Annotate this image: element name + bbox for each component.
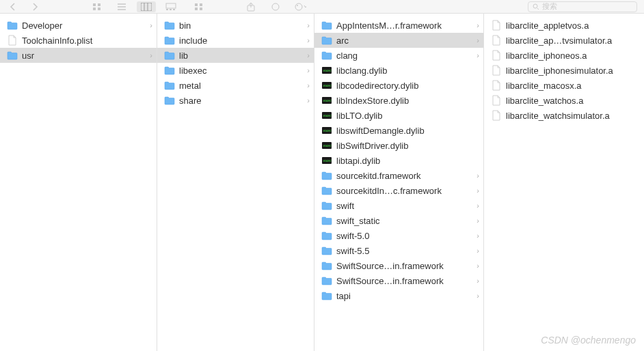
file-label: ToolchainInfo.plist [22,36,152,46]
chevron-right-icon: › [472,171,479,180]
chevron-right-icon: › [472,231,479,240]
file-label: swift-5.5 [336,246,472,256]
file-row[interactable]: libarclite_macosx.a [484,78,644,93]
file-row[interactable]: libarclite_appletvos.a [484,18,644,33]
view-icon-button[interactable] [88,1,107,12]
chevron-right-icon: › [472,277,479,285]
folder-icon [321,200,332,211]
svg-rect-0 [93,3,96,6]
file-row[interactable]: SwiftSource…in.framework› [314,258,483,273]
file-row[interactable]: sourcekitd.framework› [314,168,483,183]
file-label: sourcekitd.framework [336,171,472,181]
file-label: libarclite_watchos.a [506,96,640,106]
archive-icon [491,65,502,76]
file-label: swift-5.0 [336,231,472,241]
folder-icon [321,35,332,46]
column-0: Developer›ToolchainInfo.plistusr› [0,14,157,351]
search-placeholder: 搜索 [542,1,557,12]
chevron-right-icon: › [472,51,479,59]
archive-icon [491,95,502,106]
view-column-button[interactable] [137,1,156,12]
file-row[interactable]: execlibclang.dylib [314,63,483,78]
nav-back-button[interactable] [7,2,19,12]
file-row[interactable]: swift-5.0› [314,228,483,243]
file-label: libarclite_appletvos.a [506,20,640,31]
file-label: arc [336,36,472,46]
chevron-right-icon: › [472,262,479,270]
svg-rect-15 [200,3,202,6]
file-label: clang [336,51,472,61]
tag-button[interactable] [269,2,282,12]
file-row[interactable]: swift_static› [314,213,483,228]
file-row[interactable]: execlibswiftDemangle.dylib [314,123,483,138]
file-row[interactable]: SwiftSource…in.framework› [314,273,483,288]
search-input[interactable]: 搜索 [528,1,637,12]
file-label: libarclite_macosx.a [506,81,640,91]
file-row[interactable]: execlibLTO.dylib [314,108,483,123]
folder-icon [321,230,332,241]
file-label: libLTO.dylib [336,111,479,121]
svg-rect-17 [200,8,202,10]
svg-text:exec: exec [323,113,332,117]
file-label: Developer [22,20,146,31]
exec-icon: exec [321,110,332,121]
file-row[interactable]: swift› [314,198,483,213]
file-row[interactable]: libexec› [157,63,314,78]
file-row[interactable]: sourcekitdIn…c.framework› [314,183,483,198]
folder-icon [321,290,332,301]
file-row[interactable]: libarclite_iphonesimulator.a [484,63,644,78]
plist-icon [7,35,18,46]
folder-icon [164,65,175,76]
svg-rect-14 [195,3,198,6]
file-row[interactable]: execlibIndexStore.dylib [314,93,483,108]
svg-rect-12 [170,9,172,10]
file-label: libIndexStore.dylib [336,96,479,106]
toolbar: 搜索 [0,0,644,14]
archive-icon [491,80,502,91]
svg-text:exec: exec [323,158,332,163]
file-label: bin [179,20,303,31]
exec-icon: exec [321,80,332,91]
group-by-button[interactable] [193,2,205,12]
file-row[interactable]: bin› [157,18,314,33]
file-row[interactable]: share› [157,93,314,108]
folder-icon [7,20,18,31]
column-3: libarclite_appletvos.alibarclite_ap…tvsi… [484,14,644,351]
share-button[interactable] [245,2,257,12]
file-label: libtapi.dylib [336,156,479,166]
file-row[interactable]: clang› [314,48,483,63]
file-row[interactable]: libarclite_watchsimulator.a [484,108,644,123]
file-row[interactable]: libarclite_watchos.a [484,93,644,108]
view-list-button[interactable] [112,1,131,12]
file-label: swift_static [336,216,472,226]
file-row[interactable]: ToolchainInfo.plist [0,33,157,48]
file-row[interactable]: execlibSwiftDriver.dylib [314,138,483,153]
view-gallery-button[interactable] [161,1,180,12]
nav-forward-button[interactable] [29,2,41,12]
file-row[interactable]: AppIntentsM…r.framework› [314,18,483,33]
file-row[interactable]: usr› [0,48,157,63]
folder-icon [321,185,332,196]
file-row[interactable]: execlibtapi.dylib [314,153,483,168]
file-row[interactable]: lib› [157,48,314,63]
folder-icon [164,50,175,61]
action-dropdown-button[interactable] [294,2,306,12]
svg-text:exec: exec [323,68,332,72]
file-row[interactable]: arc› [314,33,483,48]
chevron-right-icon: › [303,81,310,89]
file-row[interactable]: execlibcodedirectory.dylib [314,78,483,93]
file-row[interactable]: tapi› [314,288,483,303]
file-label: share [179,96,303,106]
file-row[interactable]: swift-5.5› [314,243,483,258]
file-row[interactable]: libarclite_iphoneos.a [484,48,644,63]
chevron-right-icon: › [303,36,310,44]
file-row[interactable]: metal› [157,78,314,93]
chevron-right-icon: › [472,21,479,29]
file-label: metal [179,81,303,91]
file-row[interactable]: include› [157,33,314,48]
exec-icon: exec [321,140,332,151]
folder-icon [321,245,332,256]
file-row[interactable]: libarclite_ap…tvsimulator.a [484,33,644,48]
file-row[interactable]: Developer› [0,18,157,33]
chevron-right-icon: › [472,36,479,44]
